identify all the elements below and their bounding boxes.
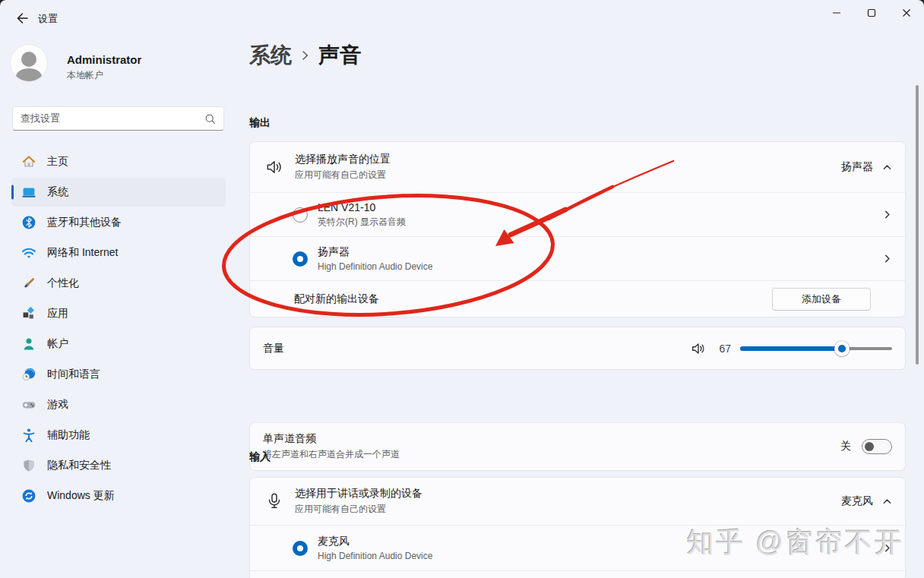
shield-icon xyxy=(21,458,36,473)
radio-unselected[interactable] xyxy=(293,207,308,223)
sidebar-item-accounts[interactable]: 帐户 xyxy=(11,330,226,358)
device-name: 麦克风 xyxy=(318,535,432,548)
breadcrumb-sound: 声音 xyxy=(318,41,361,70)
search-input[interactable]: 查找设置 xyxy=(12,106,224,131)
sidebar-item-label: 网络和 Internet xyxy=(47,246,118,260)
window-controls xyxy=(819,0,924,26)
home-icon xyxy=(21,154,36,169)
sidebar-item-label: Windows 更新 xyxy=(47,489,115,503)
brush-icon xyxy=(21,276,36,291)
radio-selected[interactable] xyxy=(293,541,308,556)
vertical-scrollbar[interactable] xyxy=(916,85,919,365)
sidebar-item-network[interactable]: 网络和 Internet xyxy=(11,238,226,267)
output-device-row-speaker[interactable]: 扬声器 High Definition Audio Device xyxy=(250,236,905,280)
input-picker-row[interactable]: 选择用于讲话或录制的设备 应用可能有自己的设置 麦克风 xyxy=(250,478,905,525)
system-icon xyxy=(21,185,36,200)
update-icon xyxy=(21,488,36,504)
sidebar-item-label: 应用 xyxy=(47,307,68,321)
avatar[interactable] xyxy=(11,45,47,81)
volume-speaker-icon[interactable] xyxy=(690,340,707,357)
sidebar-item-label: 隐私和安全性 xyxy=(47,459,111,472)
device-desc: High Definition Audio Device xyxy=(318,261,432,272)
sidebar-item-label: 蓝牙和其他设备 xyxy=(47,216,122,229)
breadcrumb: 系统 声音 xyxy=(249,41,361,70)
maximize-icon xyxy=(867,8,876,17)
mono-subtitle: 将左声道和右声道合并成一个声道 xyxy=(263,448,400,461)
output-picker-title: 选择播放声音的位置 xyxy=(295,153,391,166)
volume-card: 音量 67 xyxy=(249,327,906,370)
gamepad-icon xyxy=(21,397,36,412)
clock-globe-icon xyxy=(21,367,36,382)
profile-name: Administrator xyxy=(67,53,141,66)
settings-window: 设置 Administrator 本地帐户 查找设置 主页 系统 蓝牙和其他设备 xyxy=(0,0,924,578)
output-device-row-len[interactable]: LEN V21-10 英特尔(R) 显示器音频 xyxy=(250,192,905,236)
sidebar-item-time-language[interactable]: 时间和语言 xyxy=(11,360,226,389)
volume-label: 音量 xyxy=(263,342,284,355)
close-icon xyxy=(902,8,911,17)
slider-fill xyxy=(740,346,842,351)
minimize-icon xyxy=(832,8,841,17)
close-button[interactable] xyxy=(889,0,924,26)
sidebar-item-apps[interactable]: 应用 xyxy=(11,299,226,328)
sidebar-item-personalization[interactable]: 个性化 xyxy=(11,269,226,298)
sidebar-item-bluetooth[interactable]: 蓝牙和其他设备 xyxy=(11,208,226,237)
minimize-button[interactable] xyxy=(819,0,854,26)
maximize-button[interactable] xyxy=(854,0,889,26)
chevron-right-icon[interactable] xyxy=(882,210,892,220)
output-picker-row[interactable]: 选择播放声音的位置 应用可能有自己的设置 扬声器 xyxy=(250,142,905,192)
sidebar-item-windows-update[interactable]: Windows 更新 xyxy=(11,482,226,510)
profile-account-type: 本地帐户 xyxy=(67,69,103,82)
input-section-label: 输入 xyxy=(249,450,271,464)
person-icon xyxy=(21,336,36,352)
search-icon xyxy=(204,113,216,125)
sidebar-item-home[interactable]: 主页 xyxy=(11,147,226,176)
sidebar-item-label: 辅助功能 xyxy=(47,428,90,442)
wifi-icon xyxy=(21,245,36,261)
pair-device-label: 配对新的输出设备 xyxy=(294,292,379,306)
input-device-row-partial xyxy=(250,570,905,578)
chevron-up-icon[interactable] xyxy=(882,163,892,172)
sidebar-item-label: 游戏 xyxy=(47,398,68,412)
add-device-button[interactable]: 添加设备 xyxy=(772,288,871,311)
device-name: 扬声器 xyxy=(318,245,432,259)
titlebar: 设置 xyxy=(0,0,924,33)
radio-selected[interactable] xyxy=(293,251,308,267)
app-title: 设置 xyxy=(38,12,58,26)
output-section-label: 输出 xyxy=(249,116,271,130)
output-device-card: 选择播放声音的位置 应用可能有自己的设置 扬声器 LEN V21-10 英特尔(… xyxy=(249,141,906,317)
back-arrow-icon xyxy=(14,11,30,26)
device-desc: High Definition Audio Device xyxy=(318,551,432,561)
mono-title: 单声道音频 xyxy=(263,432,400,446)
pair-device-row: 配对新的输出设备 添加设备 xyxy=(250,280,905,317)
mono-toggle[interactable] xyxy=(862,439,892,454)
chevron-up-icon[interactable] xyxy=(882,497,892,507)
sidebar-item-label: 个性化 xyxy=(47,276,79,290)
device-name: LEN V21-10 xyxy=(318,201,406,213)
chevron-right-icon[interactable] xyxy=(882,254,892,264)
sidebar-item-label: 系统 xyxy=(47,185,68,199)
sidebar-item-label: 主页 xyxy=(47,155,68,169)
sidebar-item-accessibility[interactable]: 辅助功能 xyxy=(11,421,226,450)
toggle-knob xyxy=(865,442,874,451)
back-button[interactable] xyxy=(11,9,33,27)
input-picker-subtitle: 应用可能有自己的设置 xyxy=(295,503,422,516)
sidebar-item-label: 帐户 xyxy=(47,337,68,351)
mono-audio-card: 单声道音频 将左声道和右声道合并成一个声道 关 xyxy=(249,422,906,471)
mono-toggle-state-label: 关 xyxy=(840,440,851,453)
sidebar-item-privacy[interactable]: 隐私和安全性 xyxy=(11,451,226,480)
apps-icon xyxy=(21,306,36,321)
device-desc: 英特尔(R) 显示器音频 xyxy=(318,216,406,229)
avatar-body xyxy=(16,68,42,81)
sidebar-item-gaming[interactable]: 游戏 xyxy=(11,390,226,419)
volume-slider[interactable] xyxy=(740,341,892,356)
breadcrumb-system[interactable]: 系统 xyxy=(249,41,292,70)
output-selected-device-label: 扬声器 xyxy=(841,160,873,174)
speaker-icon xyxy=(264,157,284,177)
slider-thumb[interactable] xyxy=(834,341,850,356)
input-selected-device-label: 麦克风 xyxy=(841,494,873,508)
output-picker-subtitle: 应用可能有自己的设置 xyxy=(295,169,391,182)
sidebar-item-system[interactable]: 系统 xyxy=(11,178,226,207)
volume-value: 67 xyxy=(716,343,731,355)
sidebar-nav: 主页 系统 蓝牙和其他设备 网络和 Internet 个性化 应用 帐户 xyxy=(11,147,226,512)
search-placeholder: 查找设置 xyxy=(21,112,204,125)
